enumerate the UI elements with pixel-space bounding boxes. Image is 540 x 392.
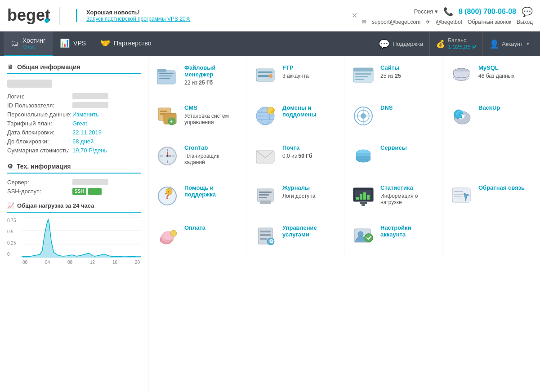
chart-wrapper: 0.75 0.5 0.25 0 [7, 217, 141, 265]
nav-balance[interactable]: 💰 Баланс 1 325,85 Р [429, 31, 482, 56]
stats-item[interactable]: Статистика Информация о нагрузке [344, 176, 442, 216]
payment-item[interactable]: Оплата [148, 216, 246, 256]
chart-area: 00 04 08 12 16 20 [22, 217, 141, 265]
backup-info: BackUp [478, 104, 500, 113]
crontab-item[interactable]: CronTab Планировщик заданий [148, 136, 246, 176]
balance-icon: 💰 [436, 40, 445, 48]
svg-point-49 [166, 155, 168, 157]
domains-item[interactable]: 🔑 Домены и поддомены [246, 96, 344, 136]
svg-rect-12 [258, 71, 272, 73]
close-announcement-button[interactable]: ✕ [347, 11, 362, 20]
svg-rect-72 [361, 204, 365, 206]
manage-item[interactable]: ⚙ Управление услугами [246, 216, 344, 256]
sites-title: Сайты [380, 64, 401, 71]
manage-info: Управление услугами [282, 224, 337, 240]
dns-icon [352, 104, 375, 128]
nav-item-hosting[interactable]: 🗂 Хостинг Great [4, 31, 53, 56]
svg-rect-19 [355, 79, 364, 80]
dns-info: DNS [380, 104, 393, 113]
empty-cell-1 [442, 136, 540, 176]
days-left-value[interactable]: 68 дней [72, 138, 94, 145]
phone-number[interactable]: 8 (800) 700-06-08 [459, 8, 516, 16]
crontab-info: CronTab Планировщик заданий [184, 144, 239, 165]
help-item[interactable]: ? ! Помощь и поддержка [148, 176, 246, 216]
dns-item[interactable]: DNS [344, 96, 442, 136]
backup-item[interactable]: BackUp [442, 96, 540, 136]
mysql-desc: 46 баз данных [478, 73, 514, 79]
personal-label: Персональные данные: [7, 111, 72, 118]
avatar-placeholder [7, 80, 52, 88]
support-email[interactable]: support@beget.com [372, 19, 420, 25]
nav-partnership-label: Партнерство [114, 40, 152, 47]
svg-rect-70 [367, 195, 370, 200]
announcement-title: Хорошая новость! [86, 9, 338, 16]
divider [59, 7, 60, 25]
feedback-item[interactable]: Обратная связь [442, 176, 540, 216]
manage-title: Управление услугами [282, 224, 337, 238]
svg-rect-71 [360, 202, 367, 204]
nav-support[interactable]: 💬 Поддержка [372, 31, 429, 56]
sites-icon [352, 64, 375, 88]
chart-icon: 📈 [7, 202, 14, 209]
svg-text:!: ! [168, 190, 169, 194]
general-info-title: 🖥 Общая информация [7, 63, 141, 74]
block-date-value[interactable]: 22.11.2019 [72, 129, 102, 136]
telegram-link[interactable]: @begetbot [436, 19, 462, 25]
ssh-status-indicator [88, 188, 102, 195]
domains-title: Домены и поддомены [282, 104, 337, 118]
x-label-20: 20 [135, 260, 140, 265]
stats-icon [352, 184, 375, 208]
ftp-item[interactable]: FTP 3 аккаунта [246, 56, 344, 96]
nav-item-partnership[interactable]: 🤝 Партнерство [93, 31, 159, 56]
mysql-item[interactable]: MySQL 46 баз данных [442, 56, 540, 96]
exit-link[interactable]: Выход [517, 19, 533, 25]
cost-row: Суммарная стоимость: 19,70 Р/день [7, 147, 141, 154]
cms-info: CMS Установка систем управления [184, 104, 239, 125]
file-manager-item[interactable]: Файловый менеджер 22 из 25 Гб [148, 56, 246, 96]
nav-item-vps[interactable]: 📊 VPS [53, 31, 93, 56]
logs-title: Журналы [282, 184, 315, 191]
svg-rect-64 [260, 200, 271, 204]
content-area: Файловый менеджер 22 из 25 Гб FTP 3 акка… [148, 56, 540, 392]
chart-x-axis: 00 04 08 12 16 20 [22, 260, 141, 265]
logs-item[interactable]: Журналы Логи доступа [246, 176, 344, 216]
cost-value[interactable]: 19,70 Р/день [72, 147, 107, 154]
server-row: Сервер: [7, 179, 141, 186]
svg-rect-13 [258, 75, 269, 77]
svg-rect-7 [157, 69, 166, 72]
account-icon: 👤 [489, 39, 499, 49]
crontab-icon [156, 144, 179, 168]
svg-rect-55 [356, 156, 370, 159]
backup-title: BackUp [478, 104, 500, 111]
ftp-info: FTP 3 аккаунта [282, 64, 309, 79]
personal-link[interactable]: Изменить [72, 111, 99, 118]
nav-account[interactable]: 👤 Аккаунт ▼ [482, 31, 536, 56]
country-selector[interactable]: Россия ▾ [414, 8, 438, 15]
ftp-icon [254, 64, 277, 88]
svg-rect-23 [160, 111, 167, 112]
personal-row: Персональные данные: Изменить [7, 111, 141, 118]
cms-title: CMS [184, 104, 239, 111]
help-title: Помощь и поддержка [184, 184, 239, 198]
top-right-info: Россия ▾ 📞 8 (800) 700-06-08 💬 ✉ support… [362, 6, 533, 25]
payment-icon [156, 224, 179, 248]
chat-icon: 💬 [522, 6, 533, 17]
plan-value[interactable]: Great [72, 120, 87, 127]
services-item[interactable]: Сервисы [344, 136, 442, 176]
nav-hosting-label: Хостинг [22, 37, 45, 44]
mail-item[interactable]: Почта 0,0 из 50 Гб [246, 136, 344, 176]
cms-item[interactable]: + CMS Установка систем управления [148, 96, 246, 136]
announcement-subtitle[interactable]: Запуск партнерской программы VPS 20% [86, 16, 338, 22]
sites-item[interactable]: Сайты 25 из 25 [344, 56, 442, 96]
callback-link[interactable]: Обратный звонок [468, 19, 511, 25]
account-settings-item[interactable]: Настройки аккаунта [344, 216, 442, 256]
svg-rect-9 [159, 76, 172, 76]
login-label: Логин: [7, 93, 72, 100]
telegram-icon: ✈ [426, 19, 430, 25]
section-row-4: ? ! Помощь и поддержка [148, 176, 540, 216]
services-info: Сервисы [380, 144, 407, 153]
cms-desc: Установка систем управления [184, 113, 239, 125]
chart-svg [22, 217, 141, 258]
days-left-row: До блокировки: 68 дней [7, 138, 141, 145]
backup-icon [450, 104, 473, 128]
